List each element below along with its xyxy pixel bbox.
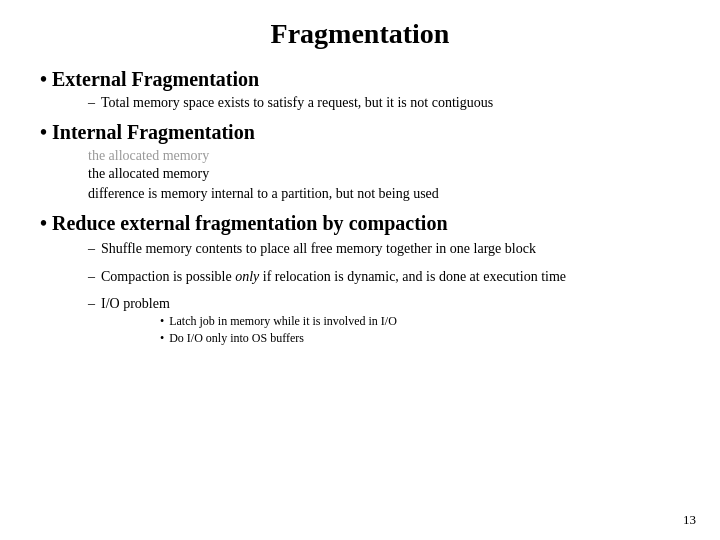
sub-bullet-io: – I/O problem • Latch job in memory whil… — [88, 294, 680, 346]
dash-shuffle: – — [88, 239, 95, 259]
sub-bullet-external-1: – Total memory space exists to satisfy a… — [88, 95, 680, 111]
bullet-reduce: • Reduce external fragmentation by compa… — [40, 212, 680, 235]
text-compaction-italic: only — [235, 269, 259, 284]
text-io-label: I/O problem — [101, 296, 170, 311]
sub-text-internal-1: difference is memory internal to a parti… — [88, 186, 439, 202]
bullet-external: • External Fragmentation — [40, 68, 680, 91]
slide-title: Fragmentation — [40, 18, 680, 50]
text-compaction-suffix: if relocation is dynamic, and is done at… — [259, 269, 566, 284]
sub-bullet-compaction-line: – Compaction is possible only if relocat… — [88, 267, 680, 287]
text-compaction: Compaction is possible only if relocatio… — [101, 267, 680, 287]
section-internal: • Internal Fragmentation the allocated m… — [40, 121, 680, 202]
overlap-line1: the allocated memory — [88, 148, 209, 164]
dash-io: – — [88, 294, 95, 314]
bullet-reduce-prefix: • Reduce external fragmentation by compa… — [40, 212, 448, 235]
overlap-line2: the allocated memory — [88, 166, 209, 182]
sub-sub-text-2: Do I/O only into OS buffers — [169, 331, 304, 346]
page-number: 13 — [683, 512, 696, 528]
section-external: • External Fragmentation – Total memory … — [40, 68, 680, 111]
sub-sub-bullet-2: • Do I/O only into OS buffers — [160, 331, 680, 346]
section-reduce: • Reduce external fragmentation by compa… — [40, 212, 680, 346]
bullet-internal-text: • Internal Fragmentation — [40, 121, 255, 144]
sub-text-external-1: Total memory space exists to satisfy a r… — [101, 95, 493, 111]
bullet-external-text: • External Fragmentation — [40, 68, 259, 91]
sub-sub-text-1: Latch job in memory while it is involved… — [169, 314, 397, 329]
sub-bullet-shuffle-line: – Shuffle memory contents to place all f… — [88, 239, 680, 259]
bullet-internal: • Internal Fragmentation — [40, 121, 680, 144]
text-compaction-prefix: Compaction is possible — [101, 269, 235, 284]
sub-sub-bullet-1: • Latch job in memory while it is involv… — [160, 314, 680, 329]
dash-compaction: – — [88, 267, 95, 287]
sub-bullet-io-line: – I/O problem — [88, 294, 680, 314]
dash-external-1: – — [88, 95, 95, 111]
internal-overlap-area: the allocated memory the allocated memor… — [88, 148, 680, 184]
sub-sub-dot-2: • — [160, 331, 164, 346]
slide-container: Fragmentation • External Fragmentation –… — [0, 0, 720, 540]
sub-bullet-shuffle: – Shuffle memory contents to place all f… — [88, 239, 680, 259]
sub-bullet-internal-1: difference is memory internal to a parti… — [88, 186, 680, 202]
sub-bullet-compaction: – Compaction is possible only if relocat… — [88, 267, 680, 287]
text-io: I/O problem — [101, 294, 680, 314]
sub-sub-dot-1: • — [160, 314, 164, 329]
text-shuffle: Shuffle memory contents to place all fre… — [101, 239, 680, 259]
